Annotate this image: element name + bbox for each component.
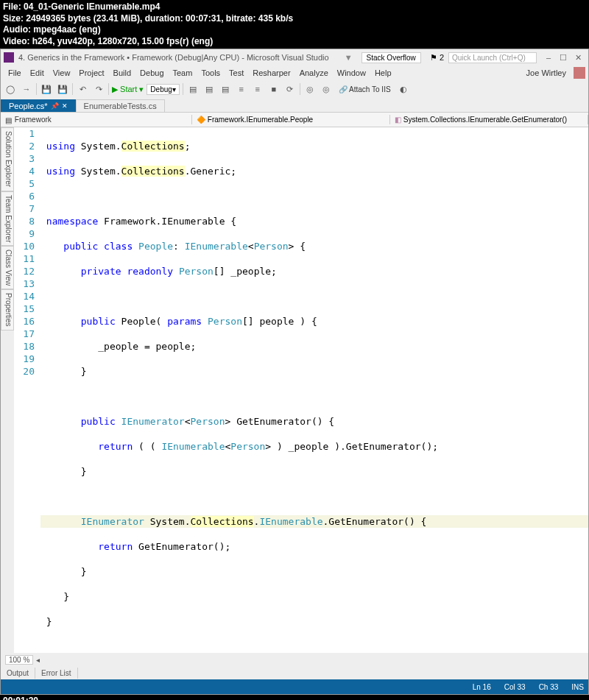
zoom-bar: 100 % ◂ [1,653,588,666]
tb-icon[interactable]: ≡ [251,82,264,96]
menu-debug[interactable]: Debug [135,67,168,79]
bottom-tool-tabs: Output Error List [1,666,588,679]
file-size: Size: 24949365 bytes (23.41 MiB), durati… [3,13,586,25]
user-account[interactable]: Joe Wirtley [522,67,585,79]
tb-icon[interactable]: ◎ [303,82,317,96]
nav-back-icon[interactable]: ◯ [4,82,17,96]
line-numbers: 1234567891011121314151617181920 [14,127,40,653]
menu-file[interactable]: File [4,67,26,79]
file-info-header: File: 04_01-Generic IEnumerable.mp4 Size… [0,0,589,49]
attach-iis[interactable]: 🔗 Attach To IIS [336,85,394,93]
avatar [574,67,585,79]
save-icon[interactable]: 💾 [40,82,53,96]
toolbar: ◯ → 💾 💾 ↶ ↷ ▶ Start ▾ Debug ▾ ▤ ▤ ▤ ≡ ≡ … [1,80,588,98]
file-tabs: People.cs*📌✕ EnumerableTests.cs [1,98,588,113]
menu-tools[interactable]: Tools [197,67,225,79]
tab-people-cs[interactable]: People.cs*📌✕ [1,99,76,112]
status-ins: INS [571,683,584,691]
menu-resharper[interactable]: Resharper [248,67,294,79]
solution-explorer-tab[interactable]: Solution Explorer [1,127,14,191]
vs-logo-icon [4,52,14,63]
notifications-icon[interactable]: ▼ [345,53,353,62]
nav-class-combo[interactable]: 🔶 Framework.IEnumerable.People [192,115,390,124]
nav-project-combo[interactable]: ▤ Framework [1,115,192,124]
tb-icon[interactable]: ■ [267,82,281,96]
menu-bar: File Edit View Project Build Debug Team … [1,66,588,80]
menu-view[interactable]: View [49,67,75,79]
file-audio: Audio: mpeg4aac (eng) [3,24,586,36]
menu-edit[interactable]: Edit [26,67,49,79]
tab-enumerable-tests[interactable]: EnumerableTests.cs [76,99,165,112]
window-title: 4. Generics in the Framework • Framework… [18,53,329,62]
tb-icon[interactable]: ◐ [397,82,410,96]
nav-fwd-icon[interactable]: → [20,82,33,96]
close-icon[interactable]: ✕ [62,102,68,110]
tb-icon[interactable]: ◎ [320,82,333,96]
file-name: File: 04_01-Generic IEnumerable.mp4 [3,1,586,13]
menu-build[interactable]: Build [109,67,135,79]
window-controls[interactable]: –☐✕ [541,53,585,63]
scroll-left-icon[interactable]: ◂ [36,656,40,664]
class-view-tab[interactable]: Class View [1,246,14,289]
status-line: Ln 16 [473,683,491,691]
team-explorer-tab[interactable]: Team Explorer [1,191,14,246]
status-ch: Ch 33 [539,683,559,691]
save-all-icon[interactable]: 💾 [56,82,69,96]
tb-icon[interactable]: ▤ [186,82,200,96]
pin-icon[interactable]: 📌 [51,102,59,110]
output-tab[interactable]: Output [1,668,35,679]
tb-icon[interactable]: ▤ [202,82,216,96]
undo-icon[interactable]: ↶ [76,82,89,96]
side-tool-tabs: Solution Explorer Team Explorer Class Vi… [1,127,14,653]
start-button[interactable]: ▶ Start ▾ [112,85,144,94]
menu-project[interactable]: Project [74,67,108,79]
status-bar: Ln 16 Col 33 Ch 33 INS [1,679,588,694]
zoom-level[interactable]: 100 % [5,655,33,665]
quick-launch-input[interactable]: Quick Launch (Ctrl+Q) [448,52,537,63]
video-timestamp-1: 00:01:30 [0,695,589,700]
tb-icon[interactable]: ≡ [235,82,248,96]
redo-icon[interactable]: ↷ [92,82,105,96]
status-col: Col 33 [504,683,526,691]
titlebar: 4. Generics in the Framework • Framework… [1,49,588,66]
tb-icon[interactable]: ▤ [219,82,232,96]
code-text[interactable]: using System.Collections; using System.C… [40,127,588,653]
file-video: Video: h264, yuv420p, 1280x720, 15.00 fp… [3,36,586,48]
error-list-tab[interactable]: Error List [35,668,78,679]
nav-method-combo[interactable]: ◧ System.Collections.IEnumerable.GetEnum… [390,115,588,124]
config-combo[interactable]: Debug ▾ [147,84,179,95]
code-editor[interactable]: Solution Explorer Team Explorer Class Vi… [1,127,588,653]
menu-analyze[interactable]: Analyze [295,67,333,79]
menu-window[interactable]: Window [333,67,370,79]
stack-overflow-search[interactable]: Stack Overflow [361,52,421,63]
visual-studio-window-top: 4. Generics in the Framework • Framework… [0,49,589,695]
nav-bar: ▤ Framework 🔶 Framework.IEnumerable.Peop… [1,113,588,127]
menu-test[interactable]: Test [225,67,248,79]
properties-tab[interactable]: Properties [1,289,14,330]
flag-icon[interactable]: ⚑ 2 [430,53,444,63]
tb-icon[interactable]: ⟳ [283,82,297,96]
menu-help[interactable]: Help [370,67,396,79]
menu-team[interactable]: Team [169,67,197,79]
